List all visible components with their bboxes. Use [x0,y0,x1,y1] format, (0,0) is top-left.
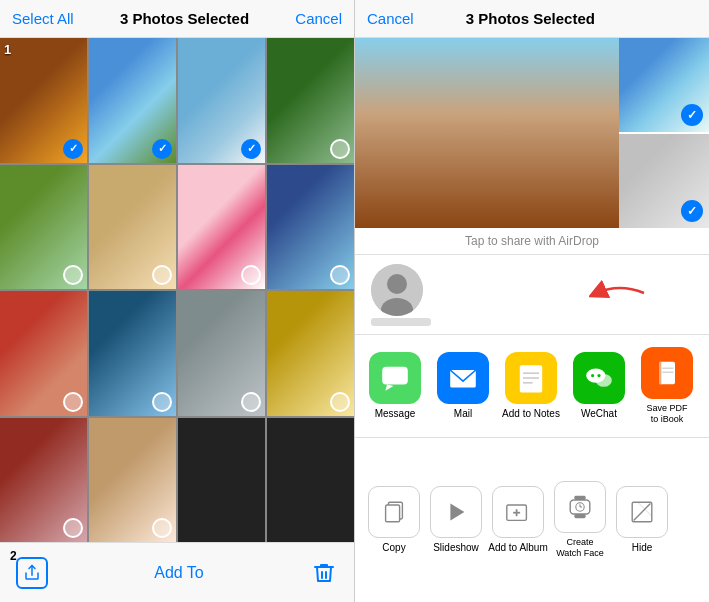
photo-check-1 [63,139,83,159]
preview-check-2 [681,200,703,222]
notes-page-icon [515,362,547,394]
avatar-icon [371,264,423,316]
apps-row: Message Mail Add to Notes [355,335,709,438]
app-wechat[interactable]: WeChat [567,352,631,420]
photo-cell-10[interactable] [89,291,176,416]
action-slideshow[interactable]: Slideshow [425,486,487,554]
photo-check-14 [152,518,172,538]
svg-marker-5 [385,384,393,390]
action-copy-label: Copy [382,542,405,554]
photo-check-2 [152,139,172,159]
photo-check-3 [241,139,261,159]
app-message[interactable]: Message [363,352,427,420]
photo-cell-7[interactable] [178,165,265,290]
svg-rect-15 [659,362,675,384]
svg-rect-4 [382,367,408,385]
ibooks-book-icon [651,357,683,389]
action-watch-face[interactable]: CreateWatch Face [549,481,611,559]
photo-grid: 1 [0,38,354,542]
add-album-icon [504,498,532,526]
photo-check-8 [330,265,350,285]
app-ibooks[interactable]: Save PDFto iBook [635,347,699,425]
person-info [371,264,431,326]
photo-cell-empty2 [267,418,354,543]
action-hide[interactable]: Hide [611,486,673,554]
footer-number: 2 [10,549,17,563]
photo-cell-12[interactable] [267,291,354,416]
photo-cell-5[interactable] [0,165,87,290]
preview-side [619,38,709,228]
copy-icon [380,498,408,526]
left-selected-title: 3 Photos Selected [120,10,249,27]
wechat-bubble-icon [583,362,615,394]
slideshow-icon-box [430,486,482,538]
photo-cell-14[interactable] [89,418,176,543]
photo-cell-1[interactable]: 1 [0,38,87,163]
add-album-icon-box [492,486,544,538]
svg-point-2 [387,274,407,294]
person-avatar [371,264,423,316]
airdrop-hint: Tap to share with AirDrop [355,228,709,255]
svg-point-14 [597,374,600,377]
photo-cell-2[interactable] [89,38,176,163]
hide-icon-box [616,486,668,538]
select-all-button[interactable]: Select All [12,10,74,27]
app-ibooks-label: Save PDFto iBook [646,403,687,425]
message-icon [369,352,421,404]
photo-cell-6[interactable] [89,165,176,290]
svg-point-13 [591,374,594,377]
trash-icon [312,561,336,585]
photo-check-12 [330,392,350,412]
action-add-album-label: Add to Album [488,542,547,554]
app-notes-label: Add to Notes [502,408,560,420]
action-watch-face-label: CreateWatch Face [556,537,604,559]
action-slideshow-label: Slideshow [433,542,479,554]
notes-icon [505,352,557,404]
right-selected-title: 3 Photos Selected [466,10,595,27]
left-footer: 2 Add To [0,542,354,602]
photo-check-13 [63,518,83,538]
left-cancel-button[interactable]: Cancel [295,10,342,27]
photo-cell-13[interactable] [0,418,87,543]
photo-cell-4[interactable] [267,38,354,163]
left-panel: Select All 3 Photos Selected Cancel 1 [0,0,355,602]
right-header: Cancel 3 Photos Selected [355,0,709,38]
copy-icon-box [368,486,420,538]
hide-icon [628,498,656,526]
photo-check-5 [63,265,83,285]
app-message-label: Message [375,408,416,420]
ibooks-icon [641,347,693,399]
mail-icon [437,352,489,404]
app-notes[interactable]: Add to Notes [499,352,563,420]
photo-cell-empty1 [178,418,265,543]
app-wechat-label: WeChat [581,408,617,420]
photo-cell-9[interactable] [0,291,87,416]
photo-check-4 [330,139,350,159]
watch-face-icon-box [554,481,606,533]
action-add-album[interactable]: Add to Album [487,486,549,554]
right-cancel-button[interactable]: Cancel [367,10,414,27]
svg-rect-20 [386,505,400,522]
app-mail[interactable]: Mail [431,352,495,420]
actions-row: Copy Slideshow Add to Album [355,438,709,602]
add-to-button[interactable]: Add To [154,564,204,582]
photo-check-10 [152,392,172,412]
svg-rect-16 [659,362,661,384]
right-panel: Cancel 3 Photos Selected Tap to share wi… [355,0,709,602]
svg-marker-21 [450,503,464,520]
watch-icon [566,493,594,521]
person-name-bar [371,318,431,326]
photo-cell-3[interactable] [178,38,265,163]
preview-check-1 [681,104,703,126]
slideshow-play-icon [442,498,470,526]
share-button[interactable] [16,557,48,589]
action-copy[interactable]: Copy [363,486,425,554]
preview-area [355,38,709,228]
photo-cell-11[interactable] [178,291,265,416]
people-row [355,255,709,335]
photo-number-1: 1 [4,42,11,57]
photo-cell-8[interactable] [267,165,354,290]
delete-button[interactable] [310,559,338,587]
photo-check-6 [152,265,172,285]
photo-check-9 [63,392,83,412]
